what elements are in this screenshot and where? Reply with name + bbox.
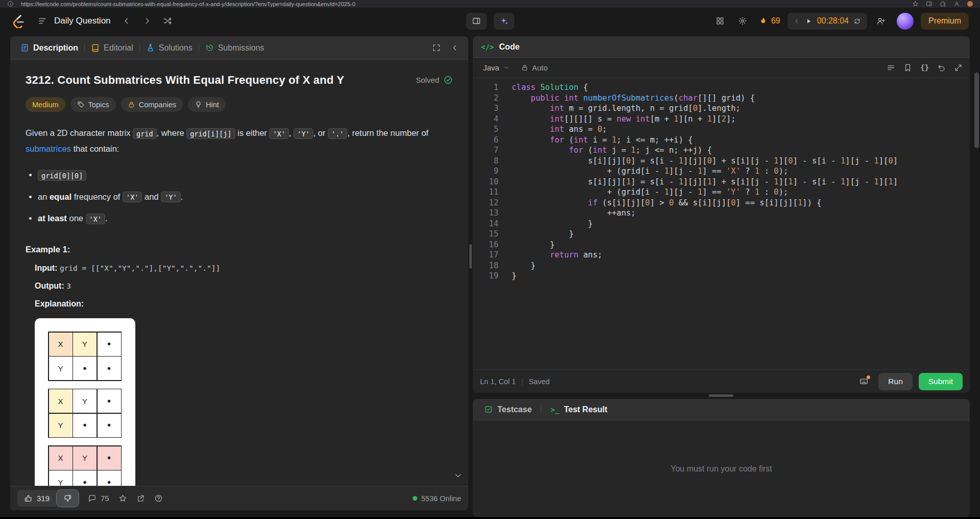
timer-collapse-icon[interactable]	[794, 18, 800, 25]
bottom-strip	[0, 517, 980, 519]
comments-button[interactable]: 75	[88, 494, 109, 503]
bookmark-icon	[903, 63, 912, 72]
tab-testcase[interactable]: Testcase	[481, 405, 535, 414]
page-scrollbar[interactable]	[974, 73, 979, 148]
next-question-button[interactable]	[138, 12, 156, 30]
settings-button[interactable]	[734, 12, 751, 30]
daily-question-menu-button[interactable]	[34, 12, 51, 30]
code-line[interactable]: 19}	[473, 271, 970, 281]
auto-label: Auto	[532, 63, 548, 72]
code-line[interactable]: 16 }	[473, 240, 970, 250]
tab-editorial[interactable]: Editorial	[86, 36, 138, 59]
streak-counter[interactable]: 69	[758, 16, 780, 26]
problem-title: 3212. Count Submatrices With Equal Frequ…	[26, 74, 344, 87]
code-line[interactable]: 2 public int numberOfSubmatrices(char[][…	[473, 93, 970, 104]
timer[interactable]: 00:28:04	[787, 13, 867, 30]
code-line[interactable]: 1class Solution {	[473, 82, 970, 93]
code-line[interactable]: 17 return ans;	[473, 250, 970, 261]
code-line[interactable]: 8 s[i][j][0] = s[i - 1][j][0] + s[i][j -…	[473, 156, 970, 167]
collapse-panel-button[interactable]	[446, 39, 463, 57]
code-line-text: for (int i = 1; i <= m; ++i) {	[498, 135, 693, 146]
line-number: 17	[473, 250, 498, 261]
reset-code-button[interactable]	[937, 63, 946, 72]
code-line[interactable]: 14 }	[473, 219, 970, 229]
tab-test-result[interactable]: >_ Test Result	[547, 405, 610, 414]
bookmark-page-icon[interactable]	[912, 1, 919, 7]
ai-assistant-button[interactable]	[494, 13, 514, 30]
random-question-button[interactable]	[159, 12, 176, 30]
feedback-button[interactable]	[154, 494, 163, 503]
bookmark-button[interactable]	[903, 63, 912, 72]
code-line[interactable]: 6 for (int i = 1; i <= m; ++i) {	[473, 135, 970, 146]
share-button[interactable]	[136, 494, 145, 503]
like-button[interactable]: 319	[17, 490, 56, 507]
line-number: 15	[473, 229, 498, 240]
panel-resize-handle-vertical[interactable]	[469, 244, 472, 269]
timer-reset-icon[interactable]	[853, 17, 861, 25]
premium-button[interactable]: Premium	[921, 13, 969, 30]
dislike-button[interactable]	[57, 490, 79, 507]
browser-avatar[interactable]	[967, 1, 973, 7]
output-label: Output:	[35, 281, 64, 290]
fullscreen-button[interactable]	[427, 39, 445, 57]
code-line[interactable]: 3 int m = grid.length, n = grid[0].lengt…	[473, 103, 970, 114]
code-line-text: + (grid[i - 1][j - 1] == 'X' ? 1 : 0);	[498, 166, 788, 177]
companies-badge[interactable]: Companies	[121, 97, 183, 112]
code-line-text: for (int j = 1; j <= n; ++j) {	[498, 145, 712, 156]
play-icon[interactable]	[805, 17, 812, 25]
line-number: 9	[473, 166, 498, 177]
leetcode-logo[interactable]	[11, 14, 26, 28]
language-selector[interactable]: Java	[480, 61, 513, 74]
layout-switcher-button[interactable]	[466, 13, 487, 30]
submit-button[interactable]: Submit	[919, 373, 963, 390]
grid-cell: •	[98, 333, 121, 356]
editor-fullscreen-button[interactable]	[954, 63, 963, 72]
auto-indicator[interactable]: Auto	[521, 63, 548, 72]
braces-icon: {}	[920, 64, 929, 71]
code-line[interactable]: 9 + (grid[i - 1][j - 1] == 'X' ? 1 : 0);	[473, 166, 970, 177]
code-line[interactable]: 10 s[i][j][1] = s[i - 1][j][1] + s[i][j …	[473, 177, 970, 187]
code-line[interactable]: 5 int ans = 0;	[473, 124, 970, 135]
shortcuts-button[interactable]	[855, 373, 872, 390]
favorite-button[interactable]	[118, 494, 127, 503]
grid-cell: X	[49, 446, 73, 470]
scroll-down-indicator[interactable]	[453, 470, 463, 481]
code-line[interactable]: 18 }	[473, 261, 970, 271]
topics-badge[interactable]: Topics	[70, 97, 116, 112]
code-line-text: }	[498, 261, 536, 271]
side-panel-icon[interactable]	[926, 1, 933, 7]
tabbar-actions	[427, 39, 463, 57]
code-line-text: }	[498, 271, 516, 281]
solved-status: Solved	[416, 75, 453, 85]
tab-solutions[interactable]: Solutions	[141, 36, 198, 59]
panel-resize-handle-horizontal[interactable]	[709, 394, 733, 397]
user-avatar[interactable]	[897, 13, 914, 30]
line-number: 1	[473, 82, 498, 93]
extensions-icon[interactable]	[940, 1, 946, 7]
site-info-icon[interactable]	[7, 1, 14, 7]
code-line[interactable]: 11 + (grid[i - 1][j - 1] == 'Y' ? 1 : 0)…	[473, 187, 970, 198]
add-user-button[interactable]	[872, 12, 890, 30]
timer-value: 00:28:04	[817, 16, 849, 26]
tab-description[interactable]: Description	[15, 36, 83, 59]
url-bar[interactable]: https://leetcode.com/problems/count-subm…	[21, 1, 355, 7]
apps-grid-button[interactable]	[711, 12, 729, 30]
test-result-label: Test Result	[564, 405, 607, 414]
code-line[interactable]: 13 ++ans;	[473, 208, 970, 219]
code-line[interactable]: 4 int[][][] s = new int[m + 1][n + 1][2]…	[473, 114, 970, 125]
code-line[interactable]: 12 if (s[i][j][0] > 0 && s[i][j][0] == s…	[473, 198, 970, 208]
difficulty-badge[interactable]: Medium	[26, 97, 65, 112]
browser-profile-icon[interactable]	[953, 1, 960, 7]
add-user-icon	[876, 16, 886, 26]
description-link[interactable]: submatrices	[26, 144, 71, 153]
tab-submissions[interactable]: Submissions	[200, 36, 270, 59]
format-code-button[interactable]	[887, 63, 895, 72]
code-line[interactable]: 15 }	[473, 229, 970, 240]
snippets-button[interactable]: {}	[920, 64, 929, 71]
grid-cell: •	[73, 357, 97, 380]
prev-question-button[interactable]	[118, 12, 135, 30]
hint-badge[interactable]: Hint	[188, 97, 226, 112]
run-button[interactable]: Run	[878, 373, 912, 390]
code-editor[interactable]: 1class Solution {2 public int numberOfSu…	[473, 78, 970, 369]
code-line[interactable]: 7 for (int j = 1; j <= n; ++j) {	[473, 145, 970, 156]
